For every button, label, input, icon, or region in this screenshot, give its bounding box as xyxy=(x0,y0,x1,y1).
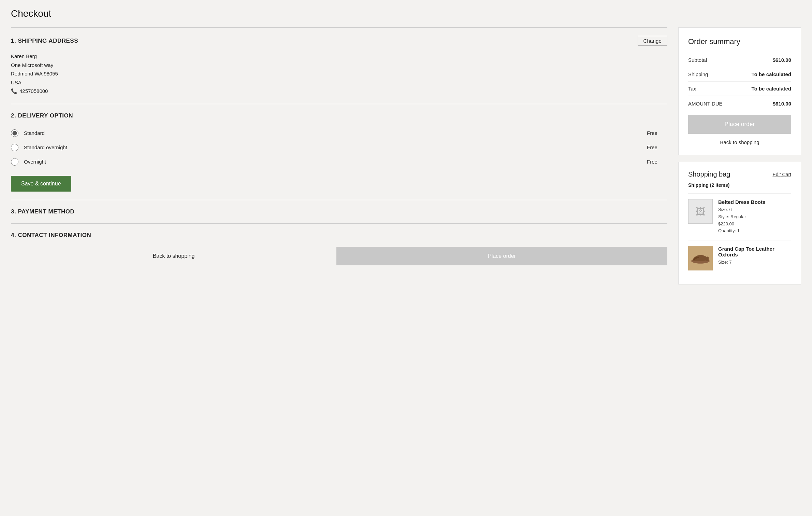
tax-value: To be calculated xyxy=(752,86,791,92)
item-meta-boots: Size: 6 Style: Regular $220.00 Quantity:… xyxy=(718,206,791,235)
page-title: Checkout xyxy=(11,8,801,19)
svg-rect-1 xyxy=(706,257,709,262)
delivery-standard-overnight-price: Free xyxy=(647,144,667,150)
shipping-section-title: 1. SHIPPING ADDRESS xyxy=(11,38,78,44)
radio-standard-overnight[interactable] xyxy=(11,144,18,151)
item-details-boots: Belted Dress Boots Size: 6 Style: Regula… xyxy=(718,199,791,235)
delivery-overnight-price: Free xyxy=(647,159,667,165)
amount-due-label: AMOUNT DUE xyxy=(688,101,723,107)
amount-due-row: AMOUNT DUE $610.00 xyxy=(688,96,791,107)
subtotal-label: Subtotal xyxy=(688,57,707,63)
save-continue-button[interactable]: Save & continue xyxy=(11,176,71,192)
address-phone: 📞 4257058000 xyxy=(11,87,667,96)
bottom-actions: Back to shopping Place order xyxy=(11,247,667,265)
item-price-boots: $220.00 xyxy=(718,221,791,228)
back-to-shopping-bottom-button[interactable]: Back to shopping xyxy=(11,247,336,265)
address-city: Redmond WA 98055 xyxy=(11,69,667,78)
delivery-option-section: 2. DELIVERY OPTION Standard Free Standar… xyxy=(11,104,667,200)
item-style-boots: Style: Regular xyxy=(718,213,791,221)
shipping-label: Shipping xyxy=(688,71,708,77)
address-street: One Microsoft way xyxy=(11,61,667,70)
shopping-bag-card: Shopping bag Edit Cart Shipping (2 items… xyxy=(678,162,801,284)
phone-icon: 📞 xyxy=(11,87,17,96)
checkout-form: 1. SHIPPING ADDRESS Change Karen Berg On… xyxy=(11,27,667,265)
shopping-bag-title: Shopping bag xyxy=(688,170,730,178)
tax-row: Tax To be calculated xyxy=(688,82,791,96)
item-size-oxfords: Size: 7 xyxy=(718,259,791,266)
shipping-row: Shipping To be calculated xyxy=(688,67,791,82)
contact-info-section: 4. CONTACT INFORMATION xyxy=(11,223,667,247)
address-country: USA xyxy=(11,78,667,87)
shipping-value: To be calculated xyxy=(752,71,791,77)
item-qty-boots: Quantity: 1 xyxy=(718,227,791,235)
order-summary-card: Order summary Subtotal $610.00 Shipping … xyxy=(678,27,801,155)
back-to-shopping-button[interactable]: Back to shopping xyxy=(688,139,791,145)
order-summary-title: Order summary xyxy=(688,37,791,46)
delivery-option-standard[interactable]: Standard Free xyxy=(11,126,667,140)
bag-item-boots: 🖼 Belted Dress Boots Size: 6 Style: Regu… xyxy=(688,193,791,240)
delivery-standard-label: Standard xyxy=(24,130,641,136)
item-name-oxfords: Grand Cap Toe Leather Oxfords xyxy=(718,246,791,257)
delivery-standard-price: Free xyxy=(647,130,667,136)
shipping-items-label: Shipping (2 items) xyxy=(688,182,791,188)
place-order-bottom-button[interactable]: Place order xyxy=(336,247,667,265)
shopping-bag-header: Shopping bag Edit Cart xyxy=(688,170,791,178)
right-panel: Order summary Subtotal $610.00 Shipping … xyxy=(678,27,801,284)
delivery-option-overnight[interactable]: Overnight Free xyxy=(11,155,667,169)
shipping-address-section: 1. SHIPPING ADDRESS Change Karen Berg On… xyxy=(11,27,667,104)
subtotal-value: $610.00 xyxy=(773,57,791,63)
bag-item-oxfords: Grand Cap Toe Leather Oxfords Size: 7 xyxy=(688,240,791,276)
payment-method-section: 3. PAYMENT METHOD xyxy=(11,200,667,223)
payment-section-title: 3. PAYMENT METHOD xyxy=(11,208,74,215)
delivery-option-standard-overnight[interactable]: Standard overnight Free xyxy=(11,140,667,155)
shipping-address-block: Karen Berg One Microsoft way Redmond WA … xyxy=(11,52,667,96)
change-address-button[interactable]: Change xyxy=(638,36,667,46)
delivery-overnight-label: Overnight xyxy=(24,159,641,165)
item-image-oxfords xyxy=(688,246,713,270)
item-meta-oxfords: Size: 7 xyxy=(718,259,791,266)
place-order-button[interactable]: Place order xyxy=(688,115,791,134)
radio-overnight[interactable] xyxy=(11,158,18,166)
item-image-boots: 🖼 xyxy=(688,199,713,224)
delivery-options-list: Standard Free Standard overnight Free Ov… xyxy=(11,126,667,169)
delivery-section-title: 2. DELIVERY OPTION xyxy=(11,112,73,119)
item-name-boots: Belted Dress Boots xyxy=(718,199,791,205)
edit-cart-button[interactable]: Edit Cart xyxy=(773,172,791,177)
address-name: Karen Berg xyxy=(11,52,667,61)
contact-section-title: 4. CONTACT INFORMATION xyxy=(11,232,91,239)
amount-due-value: $610.00 xyxy=(773,101,791,107)
delivery-standard-overnight-label: Standard overnight xyxy=(24,144,641,150)
item-details-oxfords: Grand Cap Toe Leather Oxfords Size: 7 xyxy=(718,246,791,270)
subtotal-row: Subtotal $610.00 xyxy=(688,53,791,67)
image-placeholder-icon: 🖼 xyxy=(696,206,705,217)
radio-standard[interactable] xyxy=(11,129,18,137)
item-size-boots: Size: 6 xyxy=(718,206,791,213)
tax-label: Tax xyxy=(688,86,696,92)
